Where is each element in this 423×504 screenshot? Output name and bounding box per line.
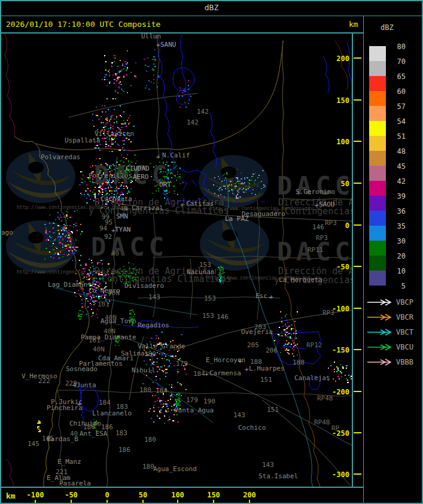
radar-echo-pixel (281, 321, 282, 322)
colorbar-swatch (369, 76, 386, 91)
radar-echo-pixel (152, 59, 153, 60)
colorbar-tick-label: 42 (388, 177, 406, 186)
radar-echo-pixel (175, 162, 176, 163)
radar-echo-pixel (114, 138, 115, 139)
radar-echo-pixel (96, 145, 97, 146)
radar-echo-pixel (97, 262, 99, 263)
radar-echo-pixel (177, 421, 179, 423)
map-label: 40N (93, 346, 105, 353)
radar-echo-pixel (286, 328, 288, 329)
radar-echo-pixel (74, 253, 75, 254)
radar-map-viewport[interactable]: DACCDACCDACCDACCDirección de Agricultura… (2, 34, 352, 487)
radar-echo-pixel (81, 182, 83, 183)
radar-echo-pixel (328, 368, 329, 369)
map-label: 184 (99, 399, 111, 406)
radar-echo-pixel (92, 182, 93, 183)
radar-echo-pixel (168, 359, 169, 360)
map-label: 145 (42, 435, 54, 442)
radar-echo-pixel (135, 77, 136, 78)
radar-echo-pixel (38, 429, 39, 430)
colorbar-tick-label: 70 (388, 57, 406, 66)
radar-echo-pixel (68, 244, 69, 245)
radar-echo-pixel (255, 180, 256, 181)
radar-echo-pixel (168, 408, 169, 409)
radar-echo-pixel (286, 326, 287, 327)
map-label: L.Huarpes (249, 365, 285, 372)
radar-echo-pixel (164, 358, 165, 359)
radar-echo-pixel (67, 218, 68, 219)
map-label: 184 (156, 387, 168, 394)
radar-echo-pixel (114, 109, 115, 110)
y-axis-tick (354, 57, 361, 59)
radar-echo-pixel (176, 414, 177, 415)
legend-item: VBCT (366, 327, 394, 336)
radar-echo-pixel (171, 356, 172, 357)
radar-echo-pixel (287, 327, 288, 328)
radar-echo-pixel (258, 175, 260, 176)
radar-echo-pixel (63, 254, 65, 255)
colorbar-swatch (369, 136, 386, 151)
radar-echo-pixel (153, 405, 154, 406)
radar-echo-pixel (156, 190, 157, 192)
radar-echo-pixel (279, 327, 280, 328)
x-axis-tick-label: 50 (129, 491, 157, 499)
radar-echo-pixel (154, 395, 156, 396)
radar-echo-pixel (231, 184, 232, 186)
radar-echo-pixel (86, 314, 87, 315)
radar-echo-pixel (104, 138, 105, 139)
radar-echo-pixel (223, 186, 224, 187)
radar-echo-pixel (154, 49, 156, 50)
radar-echo-pixel (148, 89, 150, 90)
radar-echo-pixel (185, 389, 187, 390)
radar-echo-pixel (81, 178, 83, 180)
radar-echo-pixel (79, 294, 80, 296)
radar-echo-pixel (145, 87, 147, 89)
radar-echo-pixel (67, 241, 68, 242)
map-label: 146 (312, 224, 324, 230)
radar-echo-pixel (162, 353, 163, 354)
map-label: Cacheuta (101, 196, 132, 202)
radar-echo-pixel (220, 187, 221, 188)
map-label: La Horqueta (279, 277, 322, 283)
radar-echo-pixel (178, 395, 179, 396)
radar-echo-pixel (229, 184, 230, 186)
map-label: Canalejas (294, 375, 330, 381)
radar-echo-pixel (121, 154, 122, 156)
radar-echo-pixel (92, 192, 93, 193)
radar-echo-pixel (78, 290, 79, 291)
map-label: Carrizal (132, 205, 163, 211)
radar-echo-pixel (160, 409, 162, 411)
radar-echo-pixel (117, 144, 118, 145)
radar-echo-pixel (81, 171, 83, 172)
radar-echo-pixel (159, 400, 160, 401)
radar-echo-pixel (169, 192, 170, 193)
radar-echo-pixel (227, 188, 229, 189)
radar-echo-pixel (61, 236, 62, 237)
radar-echo-pixel (177, 382, 178, 383)
radar-echo-pixel (117, 66, 118, 67)
radar-echo-pixel (117, 342, 118, 344)
radar-echo-pixel (291, 328, 293, 329)
colorbar-panel: dBZ 807065605754514845423936353020105 VB… (364, 16, 423, 504)
radar-echo-pixel (130, 310, 132, 311)
radar-echo-pixel (57, 217, 59, 218)
y-axis-tick (354, 473, 361, 475)
radar-echo-pixel (80, 193, 81, 194)
radar-echo-pixel (165, 369, 166, 370)
radar-echo-pixel (162, 407, 163, 408)
radar-echo-pixel (110, 125, 111, 126)
radar-echo-pixel (68, 250, 70, 251)
radar-echo-pixel (120, 150, 121, 151)
radar-echo-pixel (177, 403, 179, 405)
radar-app-window: { "header": { "title": "dBZ", "timestamp… (0, 0, 423, 504)
radar-echo-pixel (80, 255, 81, 256)
radar-echo-pixel (249, 180, 250, 181)
radar-echo-pixel (166, 369, 168, 370)
radar-echo-pixel (98, 119, 100, 120)
radar-echo-pixel (96, 314, 97, 315)
radar-echo-pixel (66, 245, 67, 247)
map-label: Carmensa (209, 370, 241, 377)
radar-echo-pixel (166, 372, 168, 374)
radar-echo-pixel (147, 66, 148, 67)
radar-echo-pixel (293, 350, 294, 351)
